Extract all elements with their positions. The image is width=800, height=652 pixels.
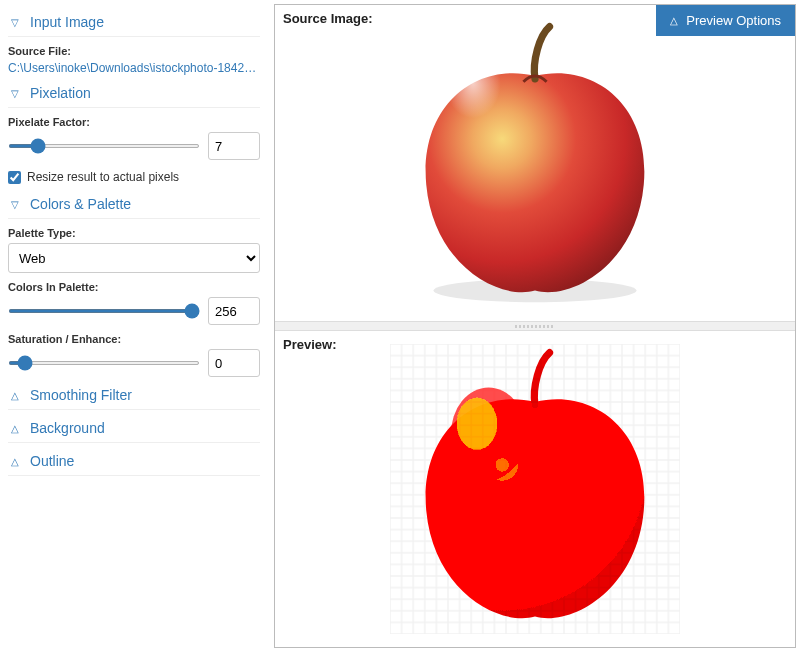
section-title: Colors & Palette bbox=[30, 196, 131, 212]
pixelate-factor-input[interactable] bbox=[208, 132, 260, 160]
pixelate-factor-label: Pixelate Factor: bbox=[8, 116, 260, 128]
colors-in-palette-input[interactable] bbox=[208, 297, 260, 325]
chevron-up-icon: △ bbox=[8, 456, 22, 467]
source-file-path[interactable]: C:\Users\inoke\Downloads\istockphoto-184… bbox=[8, 61, 258, 75]
source-image-pane: Source Image: bbox=[275, 5, 795, 321]
chevron-down-icon: ▽ bbox=[8, 88, 22, 99]
section-title: Smoothing Filter bbox=[30, 387, 132, 403]
svg-rect-6 bbox=[390, 344, 680, 634]
section-header-colors[interactable]: ▽ Colors & Palette bbox=[8, 190, 260, 219]
preview-image-pane: Preview: bbox=[275, 331, 795, 647]
palette-type-select[interactable]: Web bbox=[8, 243, 260, 273]
source-file-label: Source File: bbox=[8, 45, 260, 57]
chevron-up-icon: △ bbox=[8, 423, 22, 434]
section-header-background[interactable]: △ Background bbox=[8, 414, 260, 443]
resize-checkbox-label: Resize result to actual pixels bbox=[27, 170, 179, 184]
section-title: Input Image bbox=[30, 14, 104, 30]
section-title: Outline bbox=[30, 453, 74, 469]
section-title: Background bbox=[30, 420, 105, 436]
resize-checkbox-row[interactable]: Resize result to actual pixels bbox=[8, 170, 260, 184]
saturation-slider[interactable] bbox=[8, 361, 200, 365]
chevron-down-icon: ▽ bbox=[8, 199, 22, 210]
section-title: Pixelation bbox=[30, 85, 91, 101]
preview-image-label: Preview: bbox=[283, 337, 336, 352]
pixelate-factor-slider[interactable] bbox=[8, 144, 200, 148]
chevron-up-icon: △ bbox=[8, 390, 22, 401]
source-image bbox=[275, 5, 795, 321]
section-header-pixelation[interactable]: ▽ Pixelation bbox=[8, 79, 260, 108]
section-header-smoothing[interactable]: △ Smoothing Filter bbox=[8, 381, 260, 410]
resize-checkbox[interactable] bbox=[8, 171, 21, 184]
preview-image bbox=[275, 331, 795, 647]
preview-area: △ Preview Options Source Image: bbox=[274, 4, 796, 648]
pane-divider[interactable] bbox=[275, 321, 795, 331]
svg-point-1 bbox=[445, 54, 538, 170]
palette-type-label: Palette Type: bbox=[8, 227, 260, 239]
source-image-label: Source Image: bbox=[283, 11, 373, 26]
chevron-down-icon: ▽ bbox=[8, 17, 22, 28]
section-header-outline[interactable]: △ Outline bbox=[8, 447, 260, 476]
section-header-input-image[interactable]: ▽ Input Image bbox=[8, 8, 260, 37]
saturation-label: Saturation / Enhance: bbox=[8, 333, 260, 345]
saturation-input[interactable] bbox=[208, 349, 260, 377]
sidebar: ▽ Input Image Source File: C:\Users\inok… bbox=[0, 0, 270, 652]
colors-in-palette-label: Colors In Palette: bbox=[8, 281, 260, 293]
colors-in-palette-slider[interactable] bbox=[8, 309, 200, 313]
